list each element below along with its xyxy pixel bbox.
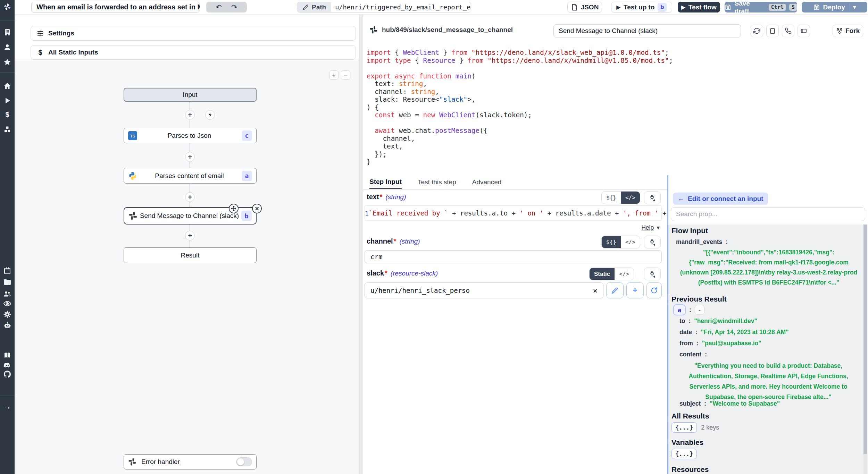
all-results-heading: All Results [671,412,709,420]
scrollbar-thumb[interactable] [863,225,867,454]
field-label-channel: channel* (string) [367,237,420,245]
flow-node-input[interactable]: Input [124,88,257,102]
add-resource-button[interactable]: + [626,282,644,298]
result-entry-content-key[interactable]: content: [679,351,710,358]
test-up-to-button[interactable]: ▶ Test up to b [611,2,672,12]
flow-node-parses-content[interactable]: Parses content of email a [124,168,257,184]
connect-input-button[interactable] [644,191,661,204]
javascript-mode-button[interactable]: </> [621,192,640,204]
box-button[interactable] [766,25,779,37]
result-entry-content-value[interactable]: "Everything you need to build a product:… [675,361,861,402]
flow-node-parses-to-json[interactable]: TS Parses to Json c [124,128,257,143]
channel-input[interactable]: crm [365,250,662,263]
zoom-in-button[interactable]: + [329,70,339,80]
sidebar-item-resources-cubes-icon[interactable] [3,125,11,134]
add-step-button[interactable]: + [185,231,195,240]
expand-results-button[interactable]: {...} [671,422,697,433]
sidebar-item-workspace-building-icon[interactable] [3,28,11,36]
flow-input-heading: Flow Input [671,227,708,235]
tab-test-this-step[interactable]: Test this step [418,175,456,189]
flow-input-key-row[interactable]: mandrill_events : [676,238,731,246]
collapse-button[interactable]: - [695,305,704,315]
slack-resource-input[interactable]: u/henri/henri_slack_perso × [365,282,603,298]
flow-name-input[interactable]: When an email is forwarded to an address… [31,2,200,12]
clear-resource-icon[interactable]: × [593,286,598,295]
sidebar-item-user-icon[interactable] [3,43,11,51]
json-button[interactable]: JSON [567,2,602,12]
save-draft-button[interactable]: Save draft Ctrl S [725,2,797,12]
flow-canvas[interactable]: + − Input + TS Parses to Json c + Parses… [15,60,359,474]
sidebar-item-home-icon[interactable] [3,82,11,90]
template-mode-button[interactable]: ${} [602,192,621,204]
add-step-button[interactable]: + [185,110,195,120]
undo-icon[interactable]: ↶ [216,3,222,11]
zoom-out-button[interactable]: − [341,70,350,80]
hub-script-path: hub/849/slack/send_message_to_channel [369,26,513,34]
tab-advanced[interactable]: Advanced [472,175,502,189]
test-flow-button[interactable]: ▶ Test flow [678,2,720,12]
sidebar-item-workers-group-icon[interactable] [3,290,11,298]
sidebar-item-ai-robot-icon[interactable] [3,321,11,329]
sidebar-item-folders-icon[interactable] [3,278,11,286]
edit-or-connect-button[interactable]: ← Edit or connect an input [673,193,768,205]
panel-button[interactable] [798,25,810,37]
refresh-resource-button[interactable] [646,282,662,298]
text-expression-editor[interactable]: 1 `Email received by ` + results.a.to + … [365,205,662,221]
deploy-button[interactable]: Deploy ▾ [802,2,867,12]
flow-settings-button[interactable]: Settings [31,26,356,41]
sidebar-item-github-icon[interactable] [3,370,11,378]
redo-icon[interactable]: ↷ [231,3,237,11]
chevron-down-icon[interactable]: ▾ [853,3,856,11]
path-button[interactable]: Path [297,2,331,12]
sidebar-item-discord-icon[interactable] [3,361,11,370]
javascript-mode-button[interactable]: </> [621,236,640,248]
step-summary-input[interactable]: Send Message to Channel (slack) [553,24,741,37]
sidebar-item-audit-eye-icon[interactable] [3,299,11,308]
result-entry-subject[interactable]: subject:"Welcome to Supabase" [679,400,780,407]
all-static-inputs-button[interactable]: $ All Static Inputs [31,45,356,60]
error-handler-row[interactable]: Error handler [124,454,257,469]
sidebar-item-settings-gear-icon[interactable] [3,310,11,319]
sidebar-item-runs-play-icon[interactable] [3,96,11,105]
step-tabs: Step Input Test this step Advanced [363,175,667,189]
svg-text:TS: TS [130,134,135,138]
error-handler-toggle[interactable] [236,457,252,466]
connect-input-button[interactable] [644,236,661,248]
static-mode-button[interactable]: Static [590,268,615,280]
windmill-logo-icon[interactable] [3,3,11,11]
connect-input-button[interactable] [644,268,661,280]
result-entry-date[interactable]: date:"Fri, Apr 14, 2023 at 10:28 AM" [679,329,788,336]
flow-node-result[interactable]: Result [124,247,257,263]
path-input[interactable]: u/henri/triggered_by_email_report_email [331,2,471,12]
sidebar-item-schedules-calendar-icon[interactable] [3,266,11,275]
remove-node-button[interactable]: × [252,204,262,213]
search-prop-input[interactable]: Search prop... [671,207,865,221]
sidebar-item-docs-book-icon[interactable] [3,351,11,359]
sync-script-button[interactable] [751,25,763,37]
sidebar-item-variables-dollar-icon[interactable]: $ [3,110,11,119]
flow-input-value[interactable]: "[{"event":"inbound","ts":1683819426,"ms… [677,247,861,288]
move-icon [231,206,236,211]
expand-variables-button[interactable]: {...} [671,449,697,459]
move-node-handle[interactable] [229,204,239,213]
sidebar-item-favorites-star-icon[interactable] [3,58,11,66]
call-script-button[interactable] [782,25,794,37]
panel-resize-handle[interactable] [359,15,363,474]
trigger-bolt-button[interactable] [205,110,215,120]
add-step-button[interactable]: + [185,152,195,162]
code-block[interactable]: import { WebClient } from "https://deno.… [367,49,673,166]
slack-input-mode-toggle: Static </> [589,268,634,280]
fork-button[interactable]: Fork [833,25,863,37]
result-entry-to[interactable]: to:"henri@windmill.dev" [679,318,757,325]
help-link[interactable]: Help▾ [611,224,660,231]
tab-step-input[interactable]: Step Input [369,175,402,189]
path-group: Path u/henri/triggered_by_email_report_e… [297,2,471,12]
previous-result-node-row[interactable]: a : - [673,304,704,315]
template-mode-button[interactable]: ${} [602,236,621,248]
sidebar-expand-arrow-icon[interactable]: → [3,403,11,411]
node-a-badge[interactable]: a [673,304,686,315]
edit-resource-button[interactable] [606,282,624,298]
add-step-button[interactable]: + [185,192,195,202]
javascript-mode-button[interactable]: </> [615,268,634,280]
result-entry-from[interactable]: from:"paul@supabase.io" [679,340,761,347]
